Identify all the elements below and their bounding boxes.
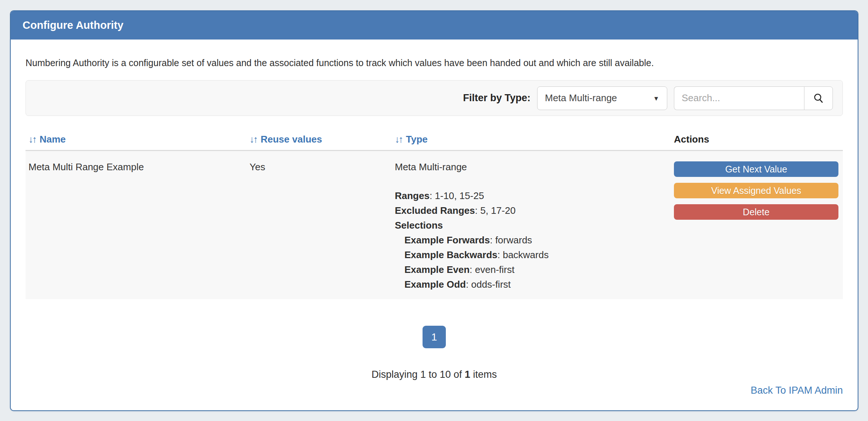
selections-heading: Selections <box>395 218 671 233</box>
selection-item: Example Even: even-first <box>395 262 671 277</box>
column-header-label: Reuse values <box>261 134 322 145</box>
cell-type: Meta Multi-range Ranges: 1-10, 15-25 Exc… <box>392 161 671 292</box>
column-header-type[interactable]: ↓↑Type <box>392 134 671 145</box>
type-details: Ranges: 1-10, 15-25 Excluded Ranges: 5, … <box>395 188 671 292</box>
sort-icon: ↓↑ <box>395 134 402 145</box>
selection-label: Example Odd <box>404 279 466 290</box>
search-button[interactable] <box>804 86 833 110</box>
column-header-label: Actions <box>674 134 709 145</box>
selection-label: Example Forwards <box>404 235 490 246</box>
description-text: Numbering Authority is a configurable se… <box>26 57 843 69</box>
items-summary: Displaying 1 to 10 of 1 items <box>26 369 843 380</box>
selection-item: Example Backwards: backwards <box>395 247 671 262</box>
page-title: Configure Authority <box>23 19 123 31</box>
back-to-ipam-admin-link[interactable]: Back To IPAM Admin <box>750 385 843 396</box>
selection-value: : even-first <box>469 264 514 275</box>
sort-icon: ↓↑ <box>250 134 257 145</box>
type-value: Meta Multi-range <box>395 161 671 173</box>
selection-value: : forwards <box>490 235 532 246</box>
cell-reuse-values: Yes <box>247 161 392 292</box>
pagination: 1 <box>26 326 843 348</box>
filter-bar: Filter by Type: Meta Multi-range ▾ <box>26 80 843 116</box>
view-assigned-values-button[interactable]: View Assigned Values <box>674 183 838 198</box>
search-input[interactable] <box>674 86 804 110</box>
footer-link-row: Back To IPAM Admin <box>26 385 843 396</box>
selections-label: Selections <box>395 220 443 231</box>
configure-authority-panel: Configure Authority Numbering Authority … <box>10 10 858 411</box>
panel-header: Configure Authority <box>11 11 858 40</box>
selection-value: : backwards <box>497 249 549 260</box>
table-row: Meta Multi Range Example Yes Meta Multi-… <box>26 151 843 299</box>
sort-icon: ↓↑ <box>28 134 36 145</box>
selection-item: Example Odd: odds-first <box>395 277 671 292</box>
type-select-value: Meta Multi-range <box>545 92 617 104</box>
selection-label: Example Backwards <box>404 249 497 260</box>
authorities-table: ↓↑Name ↓↑Reuse values ↓↑Type Actions Met… <box>26 134 843 299</box>
chevron-down-icon: ▾ <box>654 95 658 102</box>
type-select[interactable]: Meta Multi-range ▾ <box>537 86 667 110</box>
search-icon <box>813 92 824 104</box>
excluded-ranges-line: Excluded Ranges: 5, 17-20 <box>395 203 671 218</box>
panel-body: Numbering Authority is a configurable se… <box>11 57 858 396</box>
cell-actions: Get Next Value View Assigned Values Dele… <box>671 161 843 292</box>
excluded-ranges-label: Excluded Ranges <box>395 205 475 216</box>
ranges-line: Ranges: 1-10, 15-25 <box>395 188 671 203</box>
column-header-label: Name <box>40 134 66 145</box>
page-1-button[interactable]: 1 <box>423 326 446 348</box>
ranges-value: : 1-10, 15-25 <box>430 190 484 201</box>
cell-name: Meta Multi Range Example <box>26 161 247 292</box>
summary-prefix: Displaying 1 to 10 of <box>372 369 465 380</box>
summary-suffix: items <box>470 369 497 380</box>
get-next-value-button[interactable]: Get Next Value <box>674 161 838 177</box>
column-header-actions: Actions <box>671 134 843 145</box>
excluded-ranges-value: : 5, 17-20 <box>475 205 516 216</box>
table-header-row: ↓↑Name ↓↑Reuse values ↓↑Type Actions <box>26 134 843 151</box>
filter-by-type-label: Filter by Type: <box>463 92 530 104</box>
delete-button[interactable]: Delete <box>674 204 838 220</box>
selection-value: : odds-first <box>466 279 511 290</box>
search-group <box>674 86 833 110</box>
ranges-label: Ranges <box>395 190 430 201</box>
selection-item: Example Forwards: forwards <box>395 233 671 247</box>
column-header-name[interactable]: ↓↑Name <box>26 134 247 145</box>
column-header-label: Type <box>406 134 428 145</box>
column-header-reuse-values[interactable]: ↓↑Reuse values <box>247 134 392 145</box>
selection-label: Example Even <box>404 264 469 275</box>
summary-count: 1 <box>465 369 470 380</box>
